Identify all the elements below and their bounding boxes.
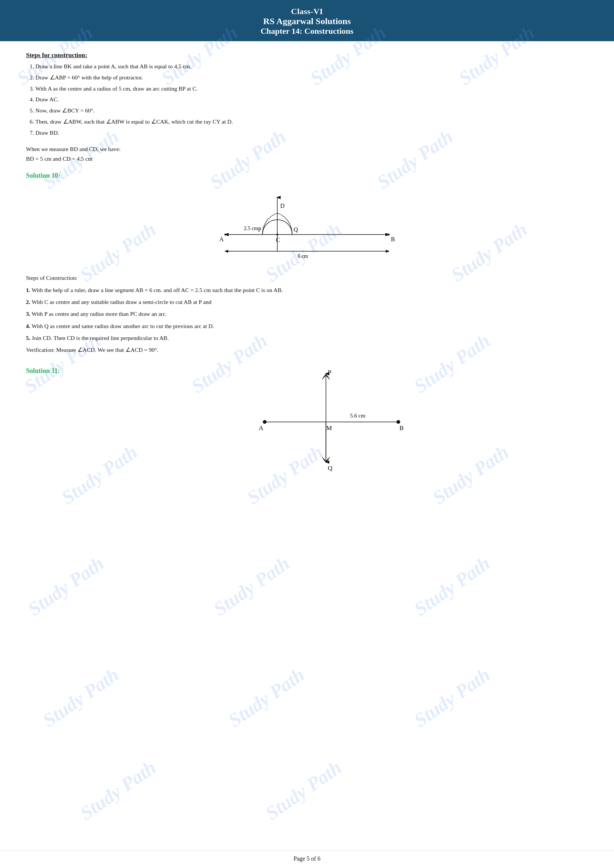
step-2: 2. Draw ∠ABP = 60° with the help of prot… bbox=[30, 73, 588, 82]
sol10-steps-intro: Steps of Construction: bbox=[26, 273, 588, 283]
label11-P: P bbox=[328, 369, 331, 376]
sol10-step4: 4. With Q as centre and same radius draw… bbox=[26, 321, 588, 331]
sol10-step5: 5. Join CD. Then CD is the required line… bbox=[26, 333, 588, 343]
svg-point-4 bbox=[276, 234, 278, 236]
header-title: RS Aggarwal Solutions bbox=[8, 16, 606, 26]
footer: Page 5 of 6 bbox=[0, 851, 614, 868]
label-C: C bbox=[276, 237, 280, 243]
steps-section: Steps for construction: 1. Draw a line B… bbox=[26, 51, 588, 164]
solution-11-diagram: A M B P Q 5.6 cm bbox=[75, 359, 588, 477]
svg-point-5 bbox=[388, 234, 390, 236]
result-line2: BD = 5 cm and CD = 4.5 cm bbox=[26, 154, 588, 164]
svg-point-10 bbox=[397, 420, 400, 424]
steps-heading: Steps for construction: bbox=[26, 51, 588, 59]
header-chapter: Chapter 14: Constructions bbox=[8, 26, 606, 36]
sol10-step5-bold: 5. bbox=[26, 335, 31, 341]
sol10-step2: 2. With C as centre and any suitable rad… bbox=[26, 297, 588, 307]
label-P: P bbox=[258, 226, 261, 232]
label-Q: Q bbox=[294, 226, 298, 232]
sol10-step5-text: Join CD. Then CD is the required line pe… bbox=[32, 335, 169, 341]
main-content: Steps for construction: 1. Draw a line B… bbox=[0, 41, 614, 851]
sol11-row: Solution 11: bbox=[26, 359, 588, 477]
solution-10-label: Solution 10: bbox=[26, 172, 588, 180]
label11-B: B bbox=[399, 425, 403, 432]
step-6: 6. Then, draw ∠ABW, such that ∠ABW is eq… bbox=[30, 117, 588, 127]
sol10-step4-bold: 4. bbox=[26, 323, 31, 329]
svg-point-9 bbox=[263, 420, 267, 424]
sol10-step2-bold: 2. bbox=[26, 299, 31, 305]
label-A: A bbox=[219, 236, 224, 242]
sol10-step3-text: With P as centre and any radius more tha… bbox=[31, 311, 167, 317]
sol10-verification: Verification: Measure ∠ACD. We see that … bbox=[26, 345, 588, 355]
label-B: B bbox=[391, 236, 395, 242]
step-4: 4. Draw AC. bbox=[30, 95, 588, 104]
label-D: D bbox=[280, 203, 285, 209]
result-text-1: When we measure BD and CD, we have: BD =… bbox=[26, 144, 588, 164]
sol10-step3: 3. With P as centre and any radius more … bbox=[26, 309, 588, 319]
solution-11-section: Solution 11: bbox=[26, 359, 588, 477]
step-5: 5. Now, draw ∠BCY = 60°. bbox=[30, 106, 588, 115]
header: Class-VI RS Aggarwal Solutions Chapter 1… bbox=[0, 0, 614, 41]
solution-10-diagram: D P Q A C B 2.5 cm 6 cm bbox=[26, 186, 588, 268]
label11-5.6cm: 5.6 cm bbox=[350, 413, 365, 418]
sol10-step2-text: With C as centre and any suitable radius… bbox=[31, 299, 211, 305]
sol10-step1-bold: 1. bbox=[26, 287, 31, 293]
label-6cm: 6 cm bbox=[298, 253, 308, 259]
solution-11-label: Solution 11: bbox=[26, 367, 60, 375]
sol10-step1-text: With the help of a ruler, draw a line se… bbox=[31, 287, 283, 293]
page: Class-VI RS Aggarwal Solutions Chapter 1… bbox=[0, 0, 614, 868]
svg-point-3 bbox=[225, 234, 226, 236]
sol10-step1: 1. With the help of a ruler, draw a line… bbox=[26, 285, 588, 295]
step-7: 7. Draw BD. bbox=[30, 129, 588, 138]
result-line1: When we measure BD and CD, we have: bbox=[26, 144, 588, 154]
step-list: 1. Draw a line BK and take a point A, su… bbox=[30, 62, 588, 138]
header-class: Class-VI bbox=[8, 7, 606, 16]
label11-M: M bbox=[326, 425, 332, 432]
sol11-label-col: Solution 11: bbox=[26, 359, 60, 378]
solution-10-section: Solution 10: bbox=[26, 172, 588, 355]
step-3: 3. With A as the centre and a radius of … bbox=[30, 84, 588, 93]
diagram-11-svg: A M B P Q 5.6 cm bbox=[254, 359, 409, 477]
sol10-step4-text: With Q as centre and same radius draw an… bbox=[31, 323, 214, 329]
step-1: 1. Draw a line BK and take a point A, su… bbox=[30, 62, 588, 71]
label-2.5cm: 2.5 cm bbox=[244, 226, 258, 231]
diagram-10-svg: D P Q A C B 2.5 cm 6 cm bbox=[203, 186, 411, 268]
label11-Q: Q bbox=[328, 465, 332, 472]
sol10-step3-bold: 3. bbox=[26, 311, 31, 317]
page-number: Page 5 of 6 bbox=[294, 856, 320, 862]
label11-A: A bbox=[259, 425, 264, 432]
